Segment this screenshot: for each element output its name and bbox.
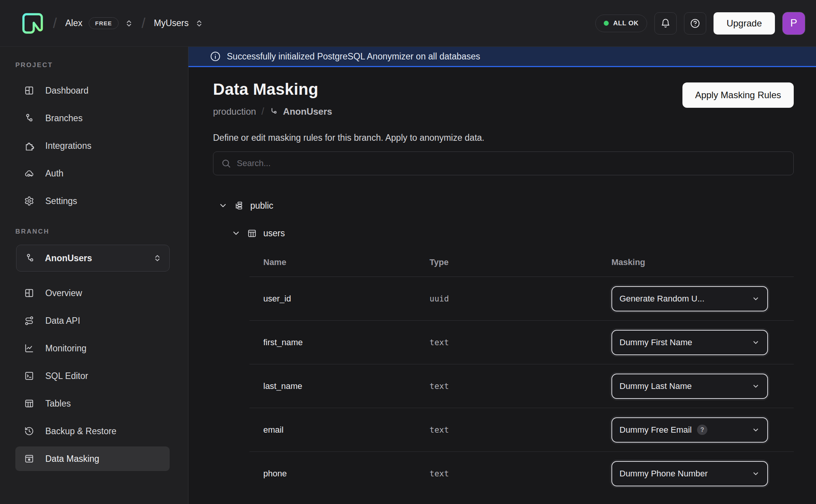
sidebar-item-label: Dashboard — [45, 86, 89, 96]
table-row: email text Dummy Free Email ? — [249, 408, 794, 452]
table-header: Name Type Masking — [249, 244, 794, 277]
data-api-icon — [24, 316, 34, 326]
masking-rule-select[interactable]: Dummy First Name ? — [611, 330, 768, 355]
chevrons-up-down-icon[interactable] — [125, 19, 133, 28]
branch-selector[interactable]: AnonUsers — [16, 245, 170, 272]
search-input[interactable] — [237, 158, 786, 168]
sidebar-item-label: Auth — [45, 168, 63, 179]
search-box — [213, 152, 794, 175]
chevrons-up-down-icon[interactable] — [195, 19, 203, 28]
chevron-down-icon — [752, 382, 760, 390]
success-banner: Successfully initialized PostgreSQL Anon… — [188, 47, 816, 67]
branches-icon — [24, 113, 34, 123]
column-header-name: Name — [249, 257, 429, 267]
sidebar-item[interactable]: Dashboard — [15, 78, 170, 103]
cell-column-name: user_id — [249, 294, 429, 304]
sidebar-item[interactable]: SQL Editor — [15, 364, 170, 388]
masking-rule-select[interactable]: Dummy Free Email ? — [611, 417, 768, 443]
table-row: first_name text Dummy First Name ? — [249, 321, 794, 364]
table-row: user_id uuid Generate Random U... ? — [249, 277, 794, 321]
cell-column-type: uuid — [429, 294, 611, 303]
breadcrumb: production / AnonUsers — [213, 105, 332, 117]
table-row: phone text Dummy Phone Number ? — [249, 452, 794, 496]
monitoring-icon — [24, 343, 34, 353]
breadcrumb-branch[interactable]: AnonUsers — [269, 106, 332, 117]
help-button[interactable] — [684, 12, 706, 35]
sidebar-item[interactable]: Data API — [15, 308, 170, 333]
tables-icon — [24, 399, 34, 408]
table-body: user_id uuid Generate Random U... ? — [249, 277, 794, 496]
column-header-masking: Masking — [611, 257, 794, 267]
sidebar-item[interactable]: Settings — [15, 189, 170, 213]
data-masking-icon — [24, 454, 34, 464]
chevron-down-icon — [752, 295, 760, 303]
sidebar-item-label: Tables — [45, 399, 71, 409]
sidebar-item-label: Data API — [45, 316, 80, 326]
banner-message: Successfully initialized PostgreSQL Anon… — [227, 51, 480, 62]
chevron-down-icon[interactable] — [218, 201, 228, 210]
cell-column-type: text — [429, 469, 611, 478]
overview-icon — [24, 288, 34, 298]
chevron-down-icon — [752, 339, 760, 346]
masking-rule-select[interactable]: Generate Random U... ? — [611, 286, 768, 311]
neon-logo[interactable] — [21, 12, 45, 35]
branches-icon — [25, 253, 35, 263]
sidebar-item-label: Backup & Restore — [45, 426, 116, 436]
status-badge[interactable]: ALL OK — [595, 15, 647, 32]
sidebar-item[interactable]: Tables — [15, 391, 170, 416]
help-circle-icon — [690, 18, 700, 29]
branch-selector-label: AnonUsers — [45, 253, 92, 264]
breadcrumb-env[interactable]: production — [213, 106, 256, 117]
masking-rule-value: Dummy Free Email — [619, 425, 692, 435]
sidebar-item[interactable]: Monitoring — [15, 336, 170, 361]
cell-column-name: phone — [249, 469, 429, 479]
sidebar-item-label: Data Masking — [45, 454, 99, 464]
table-name[interactable]: users — [263, 228, 285, 239]
project-section-label: PROJECT — [15, 61, 188, 69]
project-name: MyUsers — [154, 18, 189, 28]
masking-rule-select[interactable]: Dummy Phone Number ? — [611, 461, 768, 486]
schema-name[interactable]: public — [250, 201, 273, 211]
breadcrumb-separator: / — [142, 15, 145, 31]
sidebar-item[interactable]: Auth — [15, 161, 170, 186]
chevron-down-icon — [752, 426, 760, 434]
sidebar-item-label: Settings — [45, 196, 77, 206]
help-badge[interactable]: ? — [697, 425, 707, 435]
status-label: ALL OK — [613, 20, 639, 27]
settings-icon — [24, 196, 34, 206]
page-description: Define or edit masking rules for this br… — [213, 133, 794, 143]
project-nav: Dashboard Branches Integrations Auth — [0, 78, 188, 213]
org-breadcrumb[interactable]: Alex FREE — [65, 17, 133, 29]
sidebar-item[interactable]: Branches — [15, 106, 170, 130]
info-icon — [210, 51, 221, 62]
user-avatar[interactable]: P — [782, 12, 805, 35]
corner-branch-icon — [269, 107, 279, 117]
tree-row-schema: public — [218, 194, 794, 217]
sidebar-item[interactable]: Integrations — [15, 133, 170, 158]
masking-rule-select[interactable]: Dummy Last Name ? — [611, 374, 768, 399]
masking-rule-value: Generate Random U... — [619, 294, 704, 304]
chevron-down-icon[interactable] — [231, 229, 241, 238]
apply-masking-rules-button[interactable]: Apply Masking Rules — [682, 82, 794, 108]
org-name: Alex — [65, 18, 83, 28]
auth-icon — [24, 168, 34, 178]
notifications-button[interactable] — [654, 12, 677, 35]
sidebar-item-label: Overview — [45, 288, 82, 298]
cell-column-type: text — [429, 338, 611, 347]
sidebar-item[interactable]: Data Masking — [15, 446, 170, 471]
status-green-dot — [604, 21, 609, 26]
cell-column-type: text — [429, 425, 611, 435]
tree-row-table: users — [231, 222, 794, 244]
masking-rule-value: Dummy Last Name — [619, 381, 692, 391]
project-breadcrumb[interactable]: MyUsers — [154, 18, 203, 28]
sidebar-item[interactable]: Backup & Restore — [15, 419, 170, 443]
cell-column-type: text — [429, 382, 611, 391]
masking-rule-value: Dummy First Name — [619, 338, 692, 348]
cell-column-name: first_name — [249, 338, 429, 348]
page-title: Data Masking — [213, 80, 332, 99]
sidebar-item-label: SQL Editor — [45, 371, 88, 381]
sidebar-item[interactable]: Overview — [15, 281, 170, 305]
sidebar-item-label: Branches — [45, 113, 83, 124]
upgrade-button[interactable]: Upgrade — [714, 12, 775, 35]
schema-tree: public users Name Type Masking — [213, 194, 794, 496]
